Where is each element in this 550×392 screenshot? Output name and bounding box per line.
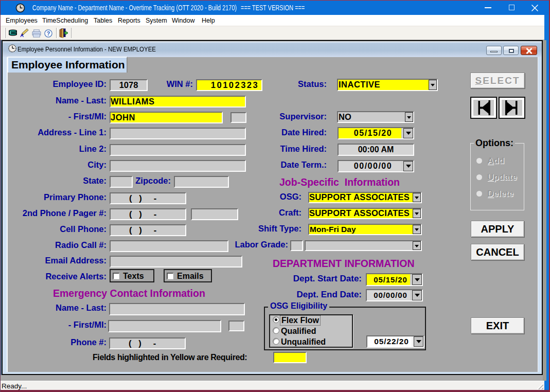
svg-text:?: ?	[47, 30, 50, 37]
svg-text:A: A	[20, 32, 24, 38]
